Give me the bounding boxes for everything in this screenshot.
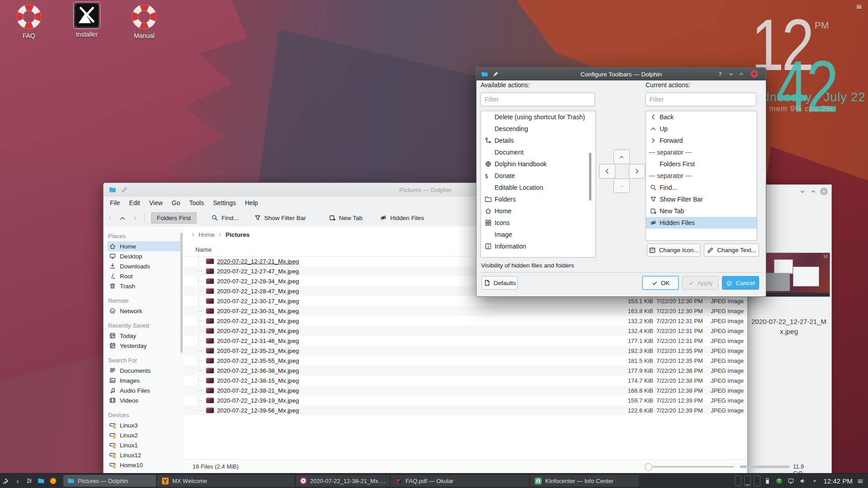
file-row[interactable]: 2020-07-22_12-36-38_Mx.jpeg177.9 KiB7/22… (184, 366, 747, 375)
file-row[interactable]: 2020-07-22_12-30-17_Mx.jpeg153.1 KiB7/22… (184, 296, 747, 306)
tray-slot[interactable] (735, 475, 741, 486)
places-item-today[interactable]: Today (107, 331, 181, 341)
current-action-item[interactable]: Find... (646, 182, 757, 193)
available-action-item[interactable]: Folders (481, 193, 595, 205)
places-item-linux1[interactable]: Linux1 (107, 440, 181, 450)
current-action-item[interactable]: Folders First (646, 158, 757, 170)
available-action-item[interactable]: $Donate (481, 170, 595, 182)
file-row[interactable]: 2020-07-22_12-39-56_Mx.jpeg122.6 KiB7/22… (184, 405, 747, 415)
current-action-item[interactable]: Forward (646, 135, 757, 146)
change-text-button[interactable]: Change Text... (704, 244, 759, 257)
available-action-item[interactable]: Document (481, 146, 595, 158)
desktop-toolbox-icon[interactable]: ≡ (856, 2, 862, 11)
desktop-icon-manual[interactable]: Manual (122, 4, 167, 39)
usb-device-icon[interactable] (763, 478, 772, 484)
expand-tray-icon[interactable] (810, 478, 819, 483)
menu-item-file[interactable]: File (105, 198, 125, 208)
taskbar-clock[interactable]: 12:42 PM (824, 477, 853, 485)
menu-item-edit[interactable]: Edit (125, 198, 145, 208)
tray-slot[interactable] (744, 475, 751, 486)
move-left-button[interactable] (599, 164, 615, 178)
places-item-linux3[interactable]: Linux3 (107, 420, 181, 430)
close-icon[interactable]: ✕ (820, 188, 828, 195)
available-filter-input[interactable] (481, 93, 595, 106)
file-row[interactable]: 2020-07-22_12-31-29_Mx.jpeg132.4 KiB7/22… (184, 326, 747, 336)
minimize-icon[interactable] (798, 188, 806, 195)
change-icon-button[interactable]: Change Icon... (647, 244, 700, 257)
move-up-button[interactable] (613, 150, 630, 164)
places-item-documents[interactable]: Documents (107, 366, 181, 375)
file-row[interactable]: 2020-07-22_12-35-55_Mx.jpeg181.5 KiB7/22… (184, 356, 747, 366)
file-row[interactable]: 2020-07-22_12-39-19_Mx.jpeg159.7 KiB7/22… (184, 395, 747, 405)
places-item-images[interactable]: Images (107, 375, 181, 385)
available-action-item[interactable]: Home (481, 205, 595, 217)
forward-button[interactable]: › (129, 213, 142, 222)
places-item-home10[interactable]: Home10 (107, 460, 181, 470)
places-item-network[interactable]: Network (107, 306, 181, 316)
maximize-icon[interactable] (737, 70, 745, 78)
apply-button[interactable]: Apply (682, 276, 718, 290)
available-action-item[interactable]: Icons (481, 217, 595, 229)
places-item-audio-files[interactable]: Audio Files (107, 385, 181, 395)
available-action-item[interactable]: Image (481, 229, 595, 240)
desktop-icon-faq[interactable]: FAQ (6, 4, 52, 39)
current-action-item[interactable]: --- separator --- (646, 146, 757, 158)
menu-item-go[interactable]: Go (167, 198, 185, 208)
task-button[interactable]: KInfocenter — Info Center (530, 475, 639, 487)
menu-item-view[interactable]: View (145, 198, 167, 208)
file-row[interactable]: 2020-07-22_12-35-23_Mx.jpeg192.3 KiB7/22… (184, 346, 747, 356)
virtual-desktop-pager[interactable]: 2 (12, 478, 24, 484)
show-filter-bar-button[interactable]: Show Filter Bar (250, 212, 311, 224)
places-item-linux12[interactable]: Linux12 (107, 450, 181, 460)
desktop-icon-installer[interactable]: Installer (64, 2, 109, 38)
menu-item-tools[interactable]: Tools (184, 198, 208, 208)
task-button[interactable]: MX Welcome (157, 475, 294, 487)
current-action-item[interactable]: Back (646, 111, 757, 123)
close-icon[interactable]: ✕ (750, 70, 758, 78)
task-button[interactable]: Pictures — Dolphin (63, 475, 156, 487)
pin-icon[interactable] (492, 70, 499, 78)
panel-menu-icon[interactable]: ≡ (857, 476, 863, 485)
available-action-item[interactable]: Editable Location (481, 182, 595, 193)
cancel-button[interactable]: Cancel (722, 276, 759, 290)
up-button[interactable] (116, 213, 129, 222)
menu-item-help[interactable]: Help (241, 198, 263, 208)
help-icon[interactable]: ? (716, 70, 724, 78)
package-updates-icon[interactable] (775, 478, 784, 484)
firefox-launcher-icon[interactable] (47, 477, 59, 485)
available-action-item[interactable]: Information (481, 240, 595, 252)
minimize-icon[interactable] (727, 70, 735, 78)
places-scrollbar[interactable] (180, 233, 183, 353)
current-action-item[interactable]: New Tab (646, 205, 757, 217)
clipboard-icon[interactable] (787, 478, 796, 484)
available-list-scrollbar[interactable] (589, 153, 591, 201)
zoom-slider-handle[interactable] (645, 463, 652, 471)
current-action-item[interactable]: Up (646, 123, 757, 135)
file-row[interactable]: 2020-07-22_12-38-15_Mx.jpeg174.7 KiB7/22… (184, 375, 747, 385)
zoom-slider-track[interactable] (653, 466, 734, 468)
maximize-icon[interactable] (809, 188, 817, 195)
current-action-item[interactable]: --- separator --- (646, 170, 757, 182)
move-right-button[interactable] (629, 164, 645, 178)
current-action-item[interactable]: Hidden Files (646, 217, 757, 229)
task-button[interactable]: FAQ.pdf — Okular (391, 475, 529, 487)
file-row[interactable]: 2020-07-22_12-31-21_Mx.jpeg132.2 KiB7/22… (184, 316, 747, 326)
available-action-item[interactable]: Descending (481, 123, 595, 135)
places-item-downloads[interactable]: Downloads (107, 261, 181, 271)
current-action-item[interactable]: Show Filter Bar (646, 193, 757, 205)
image-thumbnail[interactable]: 12 (764, 253, 830, 297)
places-item-root[interactable]: Root (107, 271, 181, 281)
app-menu-button[interactable] (0, 477, 12, 485)
current-filter-input[interactable] (646, 93, 756, 106)
task-button[interactable]: 2020-07-22_12-38-21_Mx.jpeg - 19... (296, 475, 390, 487)
available-action-item[interactable]: Delete (using shortcut for Trash) (481, 111, 595, 123)
places-item-home[interactable]: Home (107, 241, 181, 251)
ok-button[interactable]: OK (642, 276, 679, 290)
defaults-button[interactable]: Defaults (481, 276, 518, 290)
breadcrumb-home[interactable]: Home (198, 231, 215, 238)
breadcrumb-current[interactable]: Pictures (226, 231, 250, 238)
find-button[interactable]: Find... (207, 212, 243, 224)
menu-item-settings[interactable]: Settings (208, 198, 241, 208)
places-item-yesterday[interactable]: Yesterday (107, 341, 181, 351)
places-item-videos[interactable]: Videos (107, 395, 181, 405)
